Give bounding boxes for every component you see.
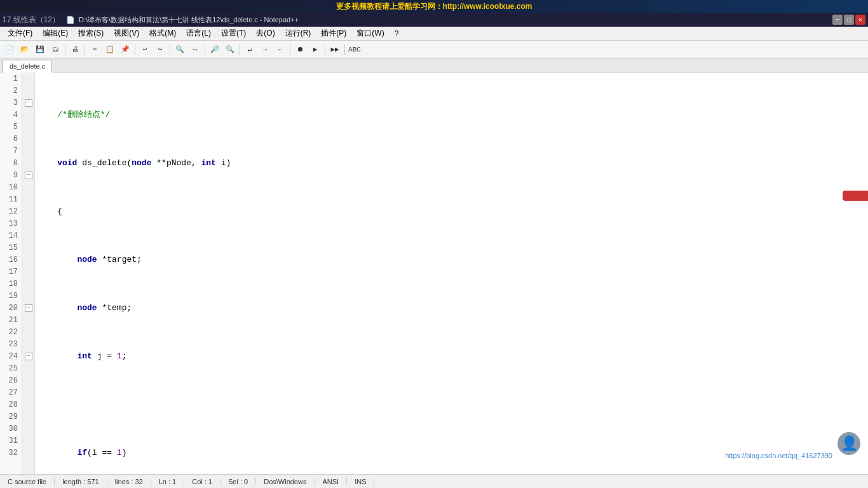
code-line-2: void ds_delete(node **pNode, int i) (37, 157, 865, 169)
toolbar-open[interactable]: 📂 (18, 43, 32, 57)
toolbar-sep-3 (135, 44, 135, 55)
menu-go[interactable]: 去(O) (251, 27, 280, 40)
toolbar-macro-rec[interactable]: ⏺ (293, 43, 307, 57)
toolbar-replace[interactable]: ↔ (188, 43, 202, 57)
status-lines: lines : 32 (107, 478, 151, 485)
line-num-16: 16 (0, 254, 22, 266)
menu-view[interactable]: 视图(V) (109, 27, 144, 40)
avatar-icon: 👤 (841, 435, 858, 452)
tab-ds-delete[interactable]: ds_delete.c (3, 60, 52, 72)
toolbar-sep-4 (170, 44, 170, 55)
fold-24[interactable]: − (22, 350, 34, 362)
fold-13 (22, 217, 34, 229)
toolbar: 📄 📂 💾 🗂 🖨 ✂ 📋 📌 ↩ ↪ 🔍 ↔ 🔎 🔍 ↵ → ← ⏺ ▶ ▶▶… (0, 41, 868, 58)
fold-31 (22, 435, 34, 447)
status-encoding: ANSI (315, 478, 347, 485)
menu-file[interactable]: 文件(F) (3, 27, 37, 40)
toolbar-copy[interactable]: 📋 (103, 43, 117, 57)
status-sel: Sel : 0 (220, 478, 256, 485)
toolbar-save-all[interactable]: 🗂 (48, 43, 62, 57)
fold-28 (22, 398, 34, 410)
fold-23 (22, 338, 34, 350)
fold-30 (22, 423, 34, 435)
code-line-3: { (37, 205, 865, 217)
minimize-button[interactable]: ─ (832, 15, 843, 25)
fold-29 (22, 410, 34, 423)
banner-text: 更多视频教程请上爱酷学习网：http://www.icoolxue.com (336, 1, 532, 12)
fold-15 (22, 241, 34, 254)
side-panel[interactable]: 默认 (843, 191, 868, 201)
fold-27 (22, 386, 34, 398)
line-num-12: 12 (0, 205, 22, 217)
status-length: length : 571 (55, 478, 107, 485)
line-num-15: 15 (0, 241, 22, 254)
tab-bar: ds_delete.c (0, 58, 868, 72)
menu-language[interactable]: 语言(L) (181, 27, 216, 40)
code-line-4: node *target; (37, 254, 865, 266)
menu-plugins[interactable]: 插件(P) (316, 27, 351, 40)
toolbar-new[interactable]: 📄 (3, 43, 17, 57)
toolbar-print[interactable]: 🖨 (68, 43, 82, 57)
line-num-8: 8 (0, 157, 22, 169)
line-num-7: 7 (0, 145, 22, 157)
toolbar-redo[interactable]: ↪ (153, 43, 167, 57)
editor-container: 1 2 3 4 5 6 7 8 9 10 11 12 13 14 15 16 1… (0, 72, 868, 474)
toolbar-sep-2 (85, 44, 85, 55)
menu-help[interactable]: ? (390, 28, 404, 39)
toolbar-zoom-out[interactable]: 🔍 (223, 43, 237, 57)
status-file-type: C source file (5, 478, 55, 485)
fold-3[interactable]: − (22, 97, 34, 109)
toolbar-zoom-in[interactable]: 🔎 (208, 43, 222, 57)
line-num-11: 11 (0, 193, 22, 205)
toolbar-run[interactable]: ▶▶ (328, 43, 342, 57)
fold-10 (22, 181, 34, 193)
fold-8 (22, 157, 34, 169)
toolbar-sep-5 (205, 44, 205, 55)
toolbar-undo[interactable]: ↩ (138, 43, 152, 57)
blog-url-text: https://blog.csdn.net/qq_41627390 (725, 452, 832, 459)
toolbar-find[interactable]: 🔍 (173, 43, 187, 57)
fold-22 (22, 326, 34, 338)
menu-window[interactable]: 窗口(W) (351, 27, 389, 40)
menu-edit[interactable]: 编辑(E) (37, 27, 73, 40)
toolbar-outdent[interactable]: ← (273, 43, 287, 57)
close-button[interactable]: ✕ (855, 15, 865, 25)
toolbar-indent[interactable]: → (258, 43, 272, 57)
line-num-3: 3 (0, 97, 22, 109)
fold-17 (22, 266, 34, 278)
top-banner: 更多视频教程请上爱酷学习网：http://www.icoolxue.com (0, 0, 868, 13)
fold-6 (22, 133, 34, 145)
line-num-18: 18 (0, 278, 22, 290)
line-num-20: 20 (0, 302, 22, 314)
fold-25 (22, 362, 34, 374)
menu-run[interactable]: 运行(R) (280, 27, 316, 40)
fold-12 (22, 205, 34, 217)
line-num-10: 10 (0, 181, 22, 193)
left-panel-label: 17 线性表（12） (3, 15, 60, 25)
fold-2 (22, 85, 34, 97)
menu-search[interactable]: 搜索(S) (73, 27, 109, 40)
fold-9[interactable]: − (22, 169, 34, 181)
status-ln: Ln : 1 (151, 478, 185, 485)
fold-26 (22, 374, 34, 386)
toolbar-cut[interactable]: ✂ (88, 43, 102, 57)
menu-format[interactable]: 格式(M) (144, 27, 181, 40)
fold-1 (22, 72, 34, 85)
fold-5 (22, 121, 34, 133)
fold-20[interactable]: − (22, 302, 34, 314)
csdn-url: https://blog.csdn.net/qq_41627390 (722, 451, 835, 460)
code-area[interactable]: /*删除结点*/ void ds_delete(node **pNode, in… (35, 72, 868, 474)
toolbar-save[interactable]: 💾 (33, 43, 47, 57)
fold-4 (22, 109, 34, 121)
toolbar-macro-play[interactable]: ▶ (308, 43, 322, 57)
toolbar-sep-8 (325, 44, 325, 55)
line-num-1: 1 (0, 72, 22, 85)
fold-16 (22, 254, 34, 266)
menu-settings[interactable]: 设置(T) (216, 27, 251, 40)
toolbar-paste[interactable]: 📌 (118, 43, 132, 57)
line-num-31: 31 (0, 435, 22, 447)
toolbar-spellcheck[interactable]: ABC (348, 43, 362, 57)
fold-area: − − − − (22, 72, 35, 474)
maximize-button[interactable]: □ (844, 15, 854, 25)
toolbar-wrap[interactable]: ↵ (243, 43, 257, 57)
